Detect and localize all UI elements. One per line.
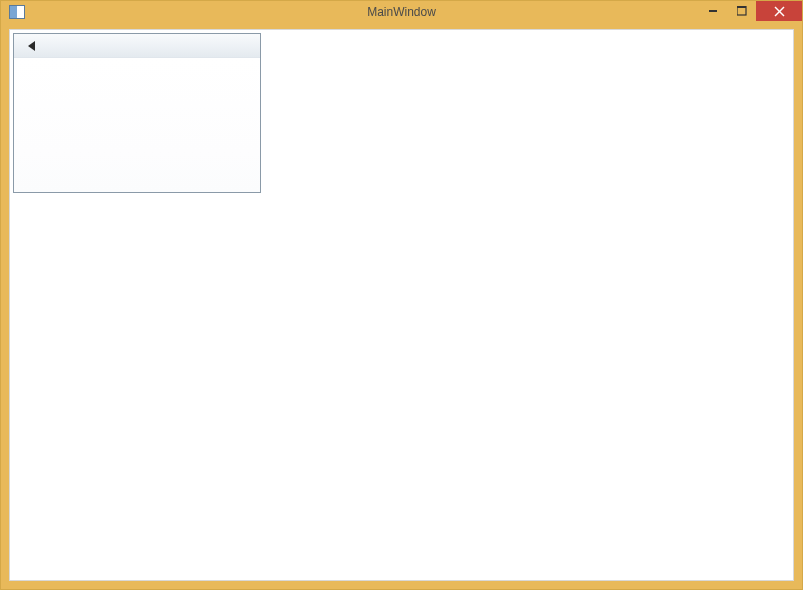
panel-header[interactable]	[14, 34, 260, 58]
svg-rect-2	[737, 6, 746, 8]
maximize-button[interactable]	[728, 1, 756, 21]
svg-rect-0	[709, 10, 717, 12]
minimize-button[interactable]	[700, 1, 728, 21]
window-controls	[700, 1, 802, 21]
close-icon	[774, 6, 785, 17]
client-area	[9, 29, 794, 581]
panel-body	[14, 58, 260, 192]
navigation-panel	[13, 33, 261, 193]
titlebar[interactable]: MainWindow	[1, 1, 802, 23]
app-icon	[9, 5, 25, 19]
close-button[interactable]	[756, 1, 802, 21]
maximize-icon	[737, 6, 747, 16]
minimize-icon	[709, 6, 719, 16]
back-arrow-icon[interactable]	[28, 41, 35, 51]
bottom-strip	[0, 590, 803, 600]
main-window: MainWindow	[0, 0, 803, 590]
window-title: MainWindow	[367, 5, 436, 19]
